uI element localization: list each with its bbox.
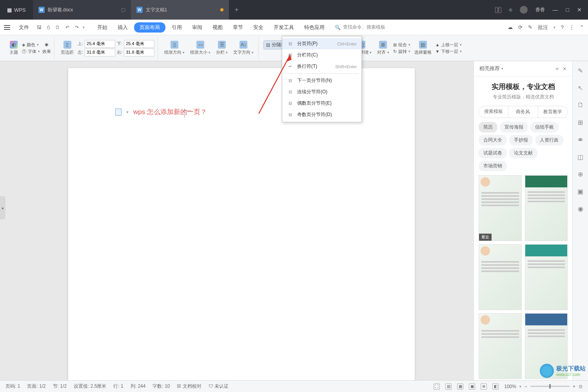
doc-tab-1[interactable]: W 文字文稿1: [131, 0, 229, 20]
sp-menu-icon[interactable]: ≡: [555, 66, 559, 72]
template-2[interactable]: [525, 175, 568, 241]
text-direction-button[interactable]: A↕文字方向 ▾: [232, 40, 255, 56]
paper-direction-button[interactable]: ▯纸张方向 ▾: [163, 40, 186, 56]
tab-menu-icon[interactable]: ▢: [121, 7, 125, 13]
rt-link-icon[interactable]: ⩩: [577, 136, 584, 143]
sp-search-input-wrap[interactable]: [479, 106, 508, 118]
sp-template-grid[interactable]: 最近: [474, 175, 572, 380]
sb-outline-icon[interactable]: ◧: [492, 383, 499, 390]
margin-top-input[interactable]: [85, 40, 115, 48]
left-panel-toggle[interactable]: ▸: [0, 196, 5, 220]
redo-icon[interactable]: ↷: [73, 25, 80, 30]
sb-proof[interactable]: ☒ 文档校对: [177, 383, 201, 390]
zoom-value[interactable]: 100%: [504, 384, 516, 389]
menu-chapter[interactable]: 章节: [229, 22, 247, 33]
theme-button[interactable]: ◐主题: [8, 40, 20, 56]
effect-button[interactable]: ◉效果: [42, 42, 51, 54]
sb-section[interactable]: 节: 1/2: [53, 383, 67, 390]
margin-right-input[interactable]: [124, 49, 154, 56]
dd-continuous-section[interactable]: ⊟连续分节符(O): [282, 86, 361, 98]
sp-tag-paper[interactable]: 论文文献: [509, 148, 537, 158]
document-page[interactable]: ▾ wps 怎么添加新的一页？: [68, 68, 415, 380]
rt-compass-icon[interactable]: ◉: [577, 205, 584, 212]
sb-chars[interactable]: 字数: 10: [152, 383, 170, 390]
rt-image-icon[interactable]: ▣: [577, 187, 584, 195]
sb-row[interactable]: 行: 1: [113, 383, 123, 390]
group-button[interactable]: ⊞ 组合 ▾: [393, 42, 410, 48]
close-icon[interactable]: ✕: [577, 7, 582, 13]
margin-bottom-input[interactable]: [124, 40, 154, 48]
sp-tab-education[interactable]: 教育教学: [538, 106, 567, 118]
sp-tag-hr[interactable]: 人资行政: [535, 135, 563, 145]
note-label[interactable]: 批注: [538, 24, 548, 31]
template-1[interactable]: 最近: [479, 175, 522, 241]
rt-cursor-icon[interactable]: ↖: [577, 84, 584, 92]
sp-tag-resume[interactable]: 简历: [479, 122, 497, 132]
select-pane-button[interactable]: ▤选择窗格: [413, 40, 433, 56]
columns-button[interactable]: ☰分栏 ▾: [214, 40, 229, 56]
sp-tag-exam[interactable]: 试题试卷: [479, 148, 507, 158]
sb-fullscreen-icon[interactable]: ⛶: [434, 383, 440, 390]
rt-ai-icon[interactable]: ⊕: [577, 170, 584, 178]
template-3[interactable]: [479, 244, 522, 310]
dd-page-break[interactable]: ⊟分页符(P)Ctrl+Enter: [282, 38, 361, 49]
sb-view3-icon[interactable]: ▣: [469, 383, 475, 390]
menu-special[interactable]: 特色应用: [300, 22, 328, 33]
zoom-control[interactable]: 100%▾ − + ⊙: [504, 384, 583, 389]
hamburger-icon[interactable]: [4, 25, 13, 30]
sp-tag-letter[interactable]: 信纸手账: [530, 122, 559, 132]
menu-review[interactable]: 审阅: [188, 22, 206, 33]
save-icon[interactable]: 🖫: [35, 25, 43, 30]
template-6[interactable]: [525, 313, 568, 379]
page-margin-button[interactable]: ▯页边距: [59, 40, 75, 56]
cloud-icon[interactable]: ☁: [508, 24, 513, 30]
sb-view2-icon[interactable]: ▦: [457, 383, 463, 390]
search-icon[interactable]: 🔍: [331, 25, 341, 30]
rt-grid-icon[interactable]: ⊞: [577, 118, 584, 126]
sp-search-input[interactable]: [479, 109, 508, 114]
menu-security[interactable]: 安全: [249, 22, 267, 33]
more-icon[interactable]: ⋮: [569, 24, 574, 30]
dd-column-break[interactable]: ▥分栏符(C): [282, 49, 361, 61]
color-button[interactable]: ◈ 颜色 ▾: [22, 42, 40, 48]
menu-view[interactable]: 视图: [209, 22, 227, 33]
rt-shapes-icon[interactable]: ◫: [577, 153, 584, 161]
help-icon[interactable]: ?: [561, 24, 564, 30]
sp-tag-contract[interactable]: 合同大全: [479, 135, 507, 145]
paper-size-button[interactable]: ▭纸张大小 ▾: [189, 40, 212, 56]
sync-icon[interactable]: ⟳: [518, 24, 523, 30]
sp-tag-poster[interactable]: 宣传海报: [500, 122, 528, 132]
sb-page[interactable]: 页面: 1/2: [27, 383, 45, 390]
menu-dev-tools[interactable]: 开发工具: [270, 22, 298, 33]
maximize-icon[interactable]: □: [566, 7, 569, 13]
menu-insert[interactable]: 插入: [114, 22, 132, 33]
menu-reference[interactable]: 引用: [168, 22, 186, 33]
sp-tag-news[interactable]: 手抄报: [509, 135, 533, 145]
minimize-icon[interactable]: —: [553, 7, 558, 13]
rt-doc-icon[interactable]: 🗋: [577, 101, 584, 109]
zoom-slider[interactable]: [530, 386, 570, 387]
zoom-fit-icon[interactable]: ⊙: [579, 384, 583, 389]
notification-icon[interactable]: 2: [495, 7, 501, 13]
new-tab-button[interactable]: +: [229, 6, 245, 14]
sb-setting[interactable]: 设置值: 2.5厘米: [74, 383, 106, 390]
search-hint[interactable]: 查找命令、搜索模板: [343, 24, 385, 31]
share-icon[interactable]: ⎋: [509, 7, 512, 13]
rotate-button[interactable]: ↻ 旋转 ▾: [393, 49, 410, 54]
menu-page-layout[interactable]: 页面布局: [134, 22, 165, 33]
menu-start[interactable]: 开始: [93, 22, 111, 33]
dd-odd-page-section[interactable]: ⊟奇数页分节符(D): [282, 109, 361, 120]
template-4[interactable]: [525, 244, 568, 310]
sp-tag-marketing[interactable]: 市场营销: [479, 161, 507, 171]
undo-icon[interactable]: ↶: [64, 25, 71, 30]
zoom-in-icon[interactable]: +: [573, 384, 575, 389]
dd-even-page-section[interactable]: ⊟偶数页分节符(E): [282, 98, 361, 109]
font-button[interactable]: Ⓣ 字体 ▾: [22, 49, 40, 54]
file-menu[interactable]: 文件: [15, 22, 33, 33]
sb-auth[interactable]: 🛡 未认证: [209, 383, 229, 390]
margin-left-input[interactable]: [85, 49, 115, 56]
sb-view1-icon[interactable]: ▤: [445, 383, 452, 390]
preview-icon[interactable]: 🗋: [54, 25, 62, 30]
collapse-icon[interactable]: ⌃: [580, 24, 584, 30]
sb-web-icon[interactable]: ⊕: [481, 383, 487, 390]
